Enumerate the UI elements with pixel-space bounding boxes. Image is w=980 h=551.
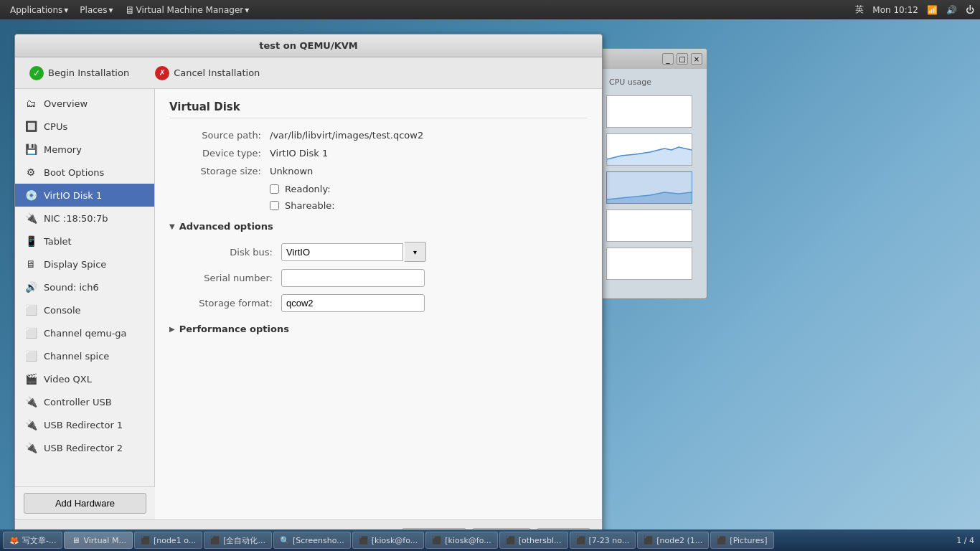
wifi-icon: 📶 (927, 5, 938, 15)
taskbar-item-node1[interactable]: ⬛ [node1 o... (134, 532, 202, 549)
taskbar-item-7-23[interactable]: ⬛ [7-23 no... (570, 532, 636, 549)
shareable-label: Shareable: (285, 200, 335, 211)
taskbar-item-write[interactable]: 🦊 写文章-... (3, 532, 62, 549)
taskbar-page-indicator: 1 / 4 (956, 536, 977, 545)
chart-box-2 (606, 133, 692, 166)
dialog-toolbar: ✓ Begin Installation ✗ Cancel Installati… (15, 57, 602, 89)
sidebar-item-cpus[interactable]: 🔲 CPUs (15, 115, 154, 138)
sidebar-item-console[interactable]: ⬜ Console (15, 298, 154, 321)
disk-bus-select-wrap: VirtIO IDE SCSI USB SATA ▾ (281, 242, 426, 262)
display-spice-icon: 🖥 (24, 257, 38, 271)
sidebar-item-virtio-disk[interactable]: 💿 VirtIO Disk 1 (15, 184, 154, 207)
storage-format-input[interactable] (281, 294, 425, 312)
cancel-install-icon: ✗ (155, 66, 169, 80)
boot-options-icon: ⚙ (24, 165, 38, 179)
console-icon: ⬜ (24, 303, 38, 317)
sidebar-cpus-label: CPUs (44, 121, 67, 132)
datetime: Mon 10:12 (872, 5, 918, 15)
power-icon[interactable]: ⏻ (966, 5, 974, 15)
taskbar-item-others[interactable]: ⬛ [othersbl... (499, 532, 568, 549)
sidebar-display-spice-label: Display Spice (44, 259, 106, 270)
sidebar-item-channel-qemu[interactable]: ⬜ Channel qemu-ga (15, 321, 154, 344)
language-indicator[interactable]: 英 (855, 4, 864, 16)
performance-options-arrow: ▶ (169, 325, 175, 333)
sidebar-channel-qemu-label: Channel qemu-ga (44, 328, 127, 339)
others-icon: ⬛ (506, 535, 516, 545)
sidebar-item-nic[interactable]: 🔌 NIC :18:50:7b (15, 207, 154, 230)
sidebar-item-video-qxl[interactable]: 🎬 Video QXL (15, 367, 154, 390)
node1-icon: ⬛ (141, 535, 151, 545)
maximize-btn[interactable]: □ (677, 53, 688, 65)
sidebar-item-display-spice[interactable]: 🖥 Display Spice (15, 253, 154, 276)
chart-box-4 (606, 209, 692, 242)
serial-number-input[interactable] (281, 269, 425, 287)
device-type-row: Device type: VirtIO Disk 1 (169, 148, 588, 159)
pictures-icon: ⬛ (717, 535, 727, 545)
serial-number-label: Serial number: (181, 273, 281, 283)
sidebar-item-tablet[interactable]: 📱 Tablet (15, 230, 154, 253)
virtio-disk-icon: 💿 (24, 188, 38, 202)
sidebar-item-controller-usb[interactable]: 🔌 Controller USB (15, 390, 154, 413)
applications-label: Applications (10, 5, 62, 15)
places-menu[interactable]: Places ▾ (75, 4, 117, 17)
taskbar-7-23-label: [7-23 no... (589, 536, 630, 545)
vm-menu-arrow: ▾ (245, 5, 249, 15)
sidebar-nic-label: NIC :18:50:7b (44, 213, 108, 224)
applications-menu[interactable]: Applications ▾ (6, 4, 72, 17)
sidebar-item-usb-redirect-2[interactable]: 🔌 USB Redirector 2 (15, 436, 154, 459)
taskbar-item-kiosk1[interactable]: ⬛ [kiosk@fo... (352, 532, 424, 549)
places-arrow: ▾ (109, 5, 113, 15)
sound-icon: 🔊 (24, 280, 38, 294)
sidebar-memory-label: Memory (44, 144, 82, 155)
places-label: Places (80, 5, 107, 15)
performance-options-header[interactable]: ▶ Performance options (169, 319, 588, 339)
taskbar-item-kiosk2[interactable]: ⬛ [kiosk@fo... (425, 532, 497, 549)
cancel-installation-button[interactable]: ✗ Cancel Installation (149, 63, 265, 83)
volume-icon: 🔊 (946, 5, 957, 15)
sidebar-overview-label: Overview (44, 98, 88, 109)
taskbar-item-vm[interactable]: 🖥 Virtual M... (64, 532, 132, 549)
taskbar-item-pictures[interactable]: ⬛ [Pictures] (710, 532, 773, 549)
taskbar-node1-label: [node1 o... (154, 536, 196, 545)
sidebar-item-memory[interactable]: 💾 Memory (15, 138, 154, 161)
vm-taskbar-icon: 🖥 (70, 535, 80, 545)
nic-icon: 🔌 (24, 211, 38, 225)
taskbar-item-automation[interactable]: ⬛ [全自动化... (204, 532, 272, 549)
minimize-btn[interactable]: _ (662, 53, 674, 65)
storage-size-label: Storage size: (169, 166, 270, 176)
vm-menu[interactable]: 🖥 Virtual Machine Manager ▾ (121, 3, 254, 17)
taskbar-item-node2[interactable]: ⬛ [node2 (1... (637, 532, 709, 549)
cpu-chart-svg (607, 134, 692, 165)
sidebar-item-boot-options[interactable]: ⚙ Boot Options (15, 161, 154, 184)
close-btn[interactable]: × (691, 53, 702, 65)
storage-size-row: Storage size: Unknown (169, 166, 588, 176)
shareable-checkbox[interactable] (270, 201, 279, 210)
tablet-icon: 📱 (24, 234, 38, 248)
advanced-options-header[interactable]: ▼ Advanced options (169, 217, 588, 236)
advanced-options-label: Advanced options (179, 221, 273, 232)
readonly-row: Readonly: (270, 184, 588, 194)
storage-size-value: Unknown (270, 166, 313, 176)
vm-bg-content: CPU usage (600, 69, 707, 286)
memory-icon: 💾 (24, 142, 38, 156)
sidebar-console-label: Console (44, 305, 81, 316)
cpus-icon: 🔲 (24, 119, 38, 133)
sidebar-item-sound[interactable]: 🔊 Sound: ich6 (15, 276, 154, 298)
taskbar-item-screenshot[interactable]: 🔍 [Screensho... (273, 532, 351, 549)
begin-install-icon: ✓ (29, 66, 44, 80)
begin-installation-button[interactable]: ✓ Begin Installation (24, 63, 135, 83)
add-hardware-button[interactable]: Add Hardware (24, 493, 146, 514)
begin-install-label: Begin Installation (48, 67, 129, 78)
taskbar-screenshot-label: [Screensho... (293, 536, 344, 545)
sidebar-item-channel-spice[interactable]: ⬜ Channel spice (15, 344, 154, 367)
vm-bg-titlebar: _ □ × (600, 49, 707, 69)
kiosk1-icon: ⬛ (359, 535, 369, 545)
section-title: Virtual Disk (169, 100, 588, 118)
sidebar-item-usb-redirect-1[interactable]: 🔌 USB Redirector 1 (15, 413, 154, 436)
taskbar-write-label: 写文章-... (22, 535, 56, 546)
disk-bus-dropdown-btn[interactable]: ▾ (405, 242, 426, 262)
sidebar-item-overview[interactable]: 🗂 Overview (15, 92, 154, 115)
source-path-value: /var/lib/libvirt/images/test.qcow2 (270, 130, 423, 141)
disk-bus-select[interactable]: VirtIO IDE SCSI USB SATA (281, 243, 403, 261)
readonly-checkbox[interactable] (270, 184, 279, 194)
